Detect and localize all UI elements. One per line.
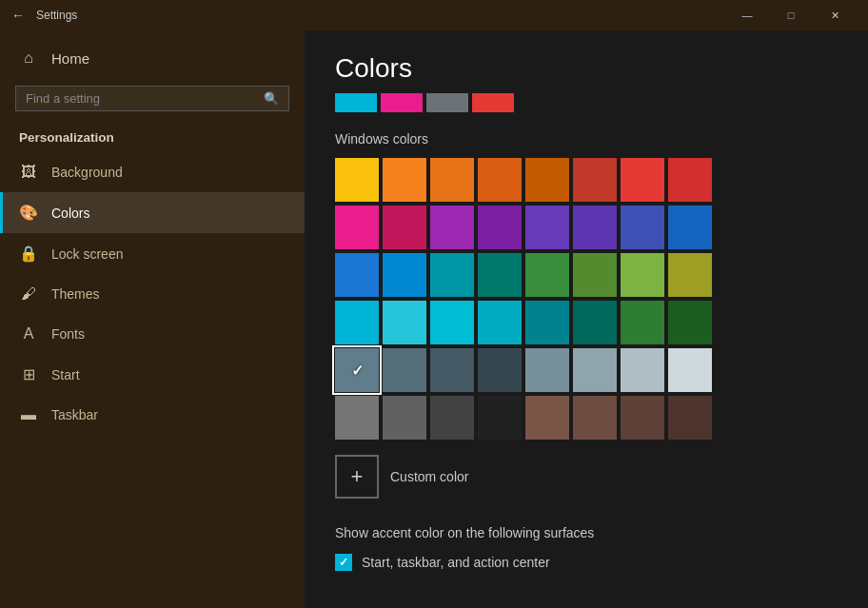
color-cell[interactable] xyxy=(383,206,426,249)
sidebar-item-background[interactable]: 🖼Background xyxy=(0,152,305,192)
accent-swatch xyxy=(472,93,514,112)
color-cell[interactable] xyxy=(383,396,426,440)
sidebar: ⌂ Home 🔍 Personalization 🖼Background🎨Col… xyxy=(0,30,305,608)
color-cell[interactable] xyxy=(478,348,522,392)
color-cell[interactable] xyxy=(430,301,474,344)
sidebar-item-label: Lock screen xyxy=(51,246,123,262)
color-cell[interactable] xyxy=(525,396,569,440)
personalization-section-title: Personalization xyxy=(0,125,305,152)
sidebar-home[interactable]: ⌂ Home xyxy=(0,38,305,78)
color-cell[interactable] xyxy=(621,206,664,249)
home-label: Home xyxy=(51,50,89,67)
color-cell[interactable] xyxy=(478,301,522,344)
color-cell[interactable] xyxy=(478,253,522,297)
color-cell[interactable] xyxy=(525,348,569,392)
color-cell[interactable] xyxy=(573,348,617,392)
sidebar-item-fonts[interactable]: AFonts xyxy=(0,314,305,354)
checkmark-icon: ✓ xyxy=(339,556,348,569)
color-cell[interactable] xyxy=(668,301,712,344)
checkbox-list: ✓ Start, taskbar, and action center xyxy=(335,554,830,571)
start-taskbar-label: Start, taskbar, and action center xyxy=(362,555,550,570)
sidebar-item-colors[interactable]: 🎨Colors xyxy=(0,192,305,233)
color-cell[interactable] xyxy=(383,348,426,392)
color-cell[interactable] xyxy=(335,301,379,344)
color-cell[interactable] xyxy=(383,158,426,202)
color-cell[interactable] xyxy=(383,301,426,344)
color-cell[interactable] xyxy=(621,348,664,392)
app-title: Settings xyxy=(36,9,725,22)
search-input[interactable] xyxy=(26,91,256,106)
checkbox-row-start-taskbar: ✓ Start, taskbar, and action center xyxy=(335,554,830,571)
sidebar-nav: 🖼Background🎨Colors🔒Lock screen🖌ThemesAFo… xyxy=(0,152,305,435)
back-button[interactable]: ← xyxy=(11,8,25,23)
minimize-button[interactable]: — xyxy=(725,0,769,30)
color-cell[interactable] xyxy=(335,348,379,392)
main-content: Colors Windows colors + Custom color Sho… xyxy=(305,30,868,608)
custom-color-label: Custom color xyxy=(390,469,468,484)
color-cell[interactable] xyxy=(525,253,569,297)
color-cell[interactable] xyxy=(573,396,617,440)
themes-icon: 🖌 xyxy=(19,285,38,303)
color-cell[interactable] xyxy=(383,253,426,297)
sidebar-item-label: Fonts xyxy=(51,326,85,342)
accent-swatch xyxy=(381,93,423,112)
sidebar-item-themes[interactable]: 🖌Themes xyxy=(0,274,305,314)
color-cell[interactable] xyxy=(668,158,712,202)
app-body: ⌂ Home 🔍 Personalization 🖼Background🎨Col… xyxy=(0,30,868,608)
show-accent-title: Show accent color on the following surfa… xyxy=(335,525,830,540)
color-cell[interactable] xyxy=(335,206,379,249)
color-cell[interactable] xyxy=(430,396,474,440)
color-cell[interactable] xyxy=(430,206,474,249)
search-box: 🔍 xyxy=(15,86,289,111)
sidebar-item-label: Colors xyxy=(51,206,89,221)
sidebar-item-start[interactable]: ⊞Start xyxy=(0,354,305,395)
color-cell[interactable] xyxy=(525,206,569,249)
windows-colors-label: Windows colors xyxy=(335,131,830,147)
color-cell[interactable] xyxy=(573,301,617,344)
titlebar: ← Settings — □ ✕ xyxy=(0,0,868,30)
color-cell[interactable] xyxy=(478,158,522,202)
color-cell[interactable] xyxy=(668,253,712,297)
color-cell[interactable] xyxy=(668,348,712,392)
sidebar-item-label: Taskbar xyxy=(51,407,98,422)
sidebar-item-label: Start xyxy=(51,367,80,382)
accent-swatch xyxy=(426,93,468,112)
color-cell[interactable] xyxy=(478,396,522,440)
start-taskbar-checkbox[interactable]: ✓ xyxy=(335,554,352,571)
color-cell[interactable] xyxy=(430,348,474,392)
color-cell[interactable] xyxy=(525,301,569,344)
color-cell[interactable] xyxy=(621,158,664,202)
color-cell[interactable] xyxy=(621,301,664,344)
fonts-icon: A xyxy=(19,325,38,343)
start-icon: ⊞ xyxy=(19,365,38,383)
color-cell[interactable] xyxy=(525,158,569,202)
color-cell[interactable] xyxy=(668,206,712,249)
color-cell[interactable] xyxy=(621,253,664,297)
plus-icon: + xyxy=(335,455,379,499)
maximize-button[interactable]: □ xyxy=(769,0,813,30)
background-icon: 🖼 xyxy=(19,164,38,181)
color-cell[interactable] xyxy=(335,158,379,202)
color-cell[interactable] xyxy=(573,253,617,297)
color-cell[interactable] xyxy=(478,206,522,249)
color-cell[interactable] xyxy=(335,253,379,297)
home-icon: ⌂ xyxy=(19,49,38,67)
color-cell[interactable] xyxy=(573,158,617,202)
sidebar-item-taskbar[interactable]: ▬Taskbar xyxy=(0,395,305,435)
color-cell[interactable] xyxy=(668,396,712,440)
color-grid xyxy=(335,158,830,440)
sidebar-item-label: Background xyxy=(51,165,123,180)
custom-color-button[interactable]: + Custom color xyxy=(335,455,830,499)
color-cell[interactable] xyxy=(430,253,474,297)
color-cell[interactable] xyxy=(573,206,617,249)
accent-swatch xyxy=(335,93,377,112)
close-button[interactable]: ✕ xyxy=(813,0,857,30)
taskbar-icon: ▬ xyxy=(19,406,38,423)
color-cell[interactable] xyxy=(335,396,379,440)
sidebar-item-label: Themes xyxy=(51,286,100,302)
sidebar-item-lock-screen[interactable]: 🔒Lock screen xyxy=(0,233,305,274)
color-cell[interactable] xyxy=(621,396,664,440)
window-controls: — □ ✕ xyxy=(725,0,857,30)
color-cell[interactable] xyxy=(430,158,474,202)
search-icon[interactable]: 🔍 xyxy=(264,91,279,106)
